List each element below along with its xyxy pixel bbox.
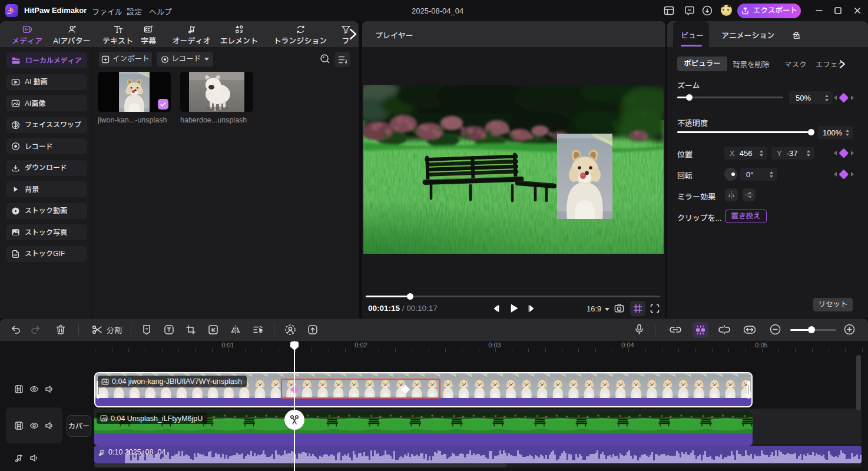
svg-text:GIF: GIF <box>13 254 18 257</box>
